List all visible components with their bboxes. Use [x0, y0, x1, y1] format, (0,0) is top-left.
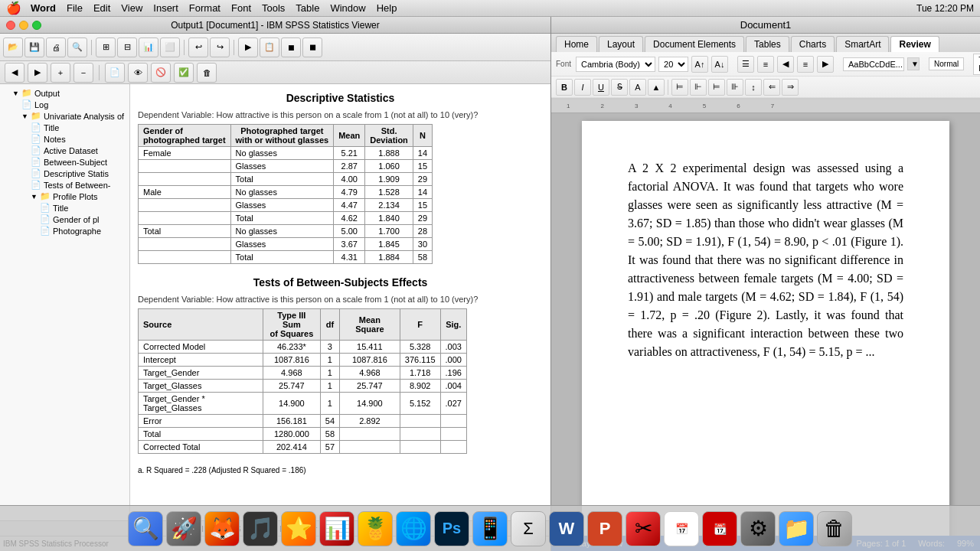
- dock-launchpad[interactable]: 🚀: [166, 511, 201, 546]
- menu-word[interactable]: Word: [31, 2, 56, 14]
- chart-button[interactable]: 📊: [139, 37, 158, 57]
- dock-sigma[interactable]: Σ: [511, 511, 546, 546]
- case-summaries-button[interactable]: ⊞: [96, 37, 116, 57]
- find-button[interactable]: 🔍: [67, 37, 87, 57]
- styles-expand[interactable]: ▼: [907, 57, 920, 70]
- maximize-button[interactable]: [32, 21, 41, 30]
- para-align3[interactable]: ⊨: [708, 79, 725, 96]
- sidebar-item-profile-title[interactable]: 📄 Title: [0, 202, 129, 214]
- dock-powerpoint[interactable]: P: [587, 511, 622, 546]
- redo-button[interactable]: ↪: [210, 37, 230, 57]
- tab-smartart[interactable]: SmartArt: [836, 36, 889, 52]
- para-align1[interactable]: ⊨: [671, 79, 688, 96]
- menu-table[interactable]: Table: [296, 2, 319, 14]
- font-color-button[interactable]: A: [629, 79, 646, 96]
- sidebar-item-tests[interactable]: 📄 Tests of Between-: [0, 179, 129, 191]
- sidebar-item-univariate[interactable]: ▼ 📁 Univariate Analysis of: [0, 110, 129, 122]
- dock-word[interactable]: W: [549, 511, 584, 546]
- document-body[interactable]: A 2 X 2 experimental design was assessed…: [628, 159, 903, 361]
- menu-view[interactable]: View: [121, 2, 142, 14]
- align-center[interactable]: ≡: [797, 56, 814, 73]
- underline-button[interactable]: U: [593, 79, 609, 96]
- dock-settings[interactable]: ⚙: [740, 511, 776, 546]
- sidebar-item-gender-plot[interactable]: 📄 Gender of pl: [0, 214, 129, 225]
- bold-button[interactable]: B: [556, 79, 573, 96]
- script-button[interactable]: 📋: [260, 37, 279, 57]
- collapse-button[interactable]: −: [74, 63, 93, 83]
- save-button[interactable]: 💾: [24, 37, 44, 57]
- dock-trash[interactable]: 🗑: [817, 511, 852, 546]
- sidebar-item-output[interactable]: ▼ 📁 Output: [0, 87, 129, 99]
- goto-button[interactable]: ▶: [238, 37, 258, 57]
- font-size-shrink[interactable]: A↓: [711, 56, 728, 73]
- dock-finder[interactable]: 🔍: [128, 511, 163, 546]
- menu-help[interactable]: Help: [377, 2, 397, 14]
- strikethrough-button[interactable]: S̶: [611, 79, 628, 96]
- indent-increase[interactable]: ⇒: [782, 79, 799, 96]
- viewer-btn[interactable]: 👁: [128, 63, 148, 83]
- dock-pineapple[interactable]: 🍍: [358, 511, 393, 546]
- apple-icon[interactable]: 🍎: [6, 1, 21, 15]
- menu-format[interactable]: Format: [189, 2, 220, 14]
- dock-itunes[interactable]: ⭐: [281, 511, 316, 546]
- hide-btn[interactable]: 🚫: [151, 63, 171, 83]
- open-button[interactable]: 📂: [3, 37, 23, 57]
- delete-btn[interactable]: 🗑: [197, 63, 217, 83]
- forward-button[interactable]: ▶: [28, 63, 47, 83]
- tab-charts[interactable]: Charts: [791, 36, 835, 52]
- tab-tables[interactable]: Tables: [746, 36, 789, 52]
- indent-decrease[interactable]: ⇐: [763, 79, 780, 96]
- print-button[interactable]: 🖨: [46, 37, 66, 57]
- dock-folder[interactable]: 📁: [779, 511, 814, 546]
- font-size-select[interactable]: 20: [658, 57, 688, 72]
- font-size-grow[interactable]: A↑: [691, 56, 708, 73]
- dock-firefox[interactable]: 🦊: [204, 511, 240, 546]
- stop-button[interactable]: ⏹: [281, 37, 301, 57]
- menu-window[interactable]: Window: [330, 2, 365, 14]
- sidebar-item-title[interactable]: 📄 Title: [0, 122, 129, 133]
- pivot-button[interactable]: ⊟: [117, 37, 137, 57]
- dock-music[interactable]: 🎵: [243, 511, 278, 546]
- minimize-button[interactable]: [19, 21, 28, 30]
- dock-calendar2[interactable]: 📆: [702, 511, 737, 546]
- back-button[interactable]: ◀: [5, 63, 24, 83]
- italic-button[interactable]: I: [574, 79, 591, 96]
- line-spacing[interactable]: ↕: [745, 79, 762, 96]
- menu-tools[interactable]: Tools: [262, 2, 285, 14]
- menu-font[interactable]: Font: [231, 2, 251, 14]
- menu-file[interactable]: File: [67, 2, 83, 14]
- align-right[interactable]: ▶: [817, 56, 834, 73]
- highlight-button[interactable]: ▲: [648, 79, 665, 96]
- sidebar-item-active-dataset[interactable]: 📄 Active Dataset: [0, 145, 129, 156]
- font-name-select[interactable]: Cambria (Body): [576, 57, 655, 72]
- undo-button[interactable]: ↩: [188, 37, 208, 57]
- sidebar-item-between-subject[interactable]: 📄 Between-Subject: [0, 156, 129, 168]
- sidebar-item-notes[interactable]: 📄 Notes: [0, 133, 129, 145]
- tab-layout[interactable]: Layout: [599, 36, 643, 52]
- tab-home[interactable]: Home: [556, 36, 597, 52]
- sidebar-item-profile-plots[interactable]: ▼ 📁 Profile Plots: [0, 191, 129, 202]
- list-numbers[interactable]: ≡: [757, 56, 774, 73]
- dock-browser[interactable]: 🌐: [396, 511, 431, 546]
- model-button[interactable]: ⬜: [160, 37, 180, 57]
- dock-photoshop[interactable]: Ps: [434, 511, 469, 546]
- dock-calendar[interactable]: 📅: [664, 511, 699, 546]
- output-btn[interactable]: 📄: [105, 63, 125, 83]
- expand-button[interactable]: +: [51, 63, 70, 83]
- menu-edit[interactable]: Edit: [93, 2, 110, 14]
- align-left[interactable]: ◀: [777, 56, 794, 73]
- list-bullets[interactable]: ☰: [737, 56, 754, 73]
- extra-button[interactable]: ◼: [302, 37, 322, 57]
- para-align2[interactable]: ⊩: [690, 79, 707, 96]
- dock-spss[interactable]: 📊: [319, 511, 354, 546]
- sidebar-item-log[interactable]: 📄 Log: [0, 99, 129, 110]
- sidebar-item-descriptive[interactable]: 📄 Descriptive Statis: [0, 168, 129, 179]
- close-button[interactable]: [6, 21, 15, 30]
- dock-scissors[interactable]: ✂: [626, 511, 661, 546]
- para-align4[interactable]: ⊪: [727, 79, 743, 96]
- tab-doc-elements[interactable]: Document Elements: [645, 36, 744, 52]
- dock-appstore[interactable]: 📱: [472, 511, 508, 546]
- show-btn[interactable]: ✅: [174, 63, 194, 83]
- sidebar-item-photographe[interactable]: 📄 Photographe: [0, 225, 129, 236]
- menu-insert[interactable]: Insert: [153, 2, 178, 14]
